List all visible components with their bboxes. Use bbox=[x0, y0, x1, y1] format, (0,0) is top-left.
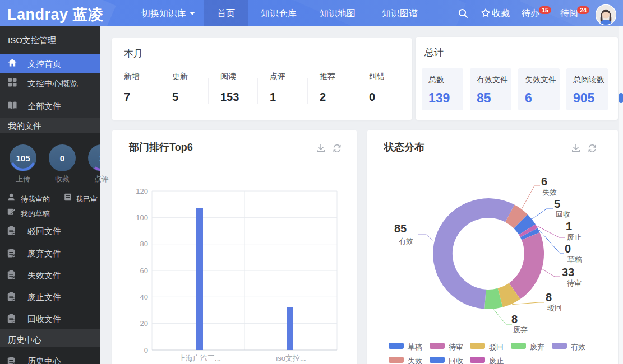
svg-text:20: 20 bbox=[140, 319, 148, 328]
svg-text:80: 80 bbox=[140, 240, 148, 248]
svg-text:40: 40 bbox=[140, 293, 148, 301]
svg-text:上海广汽三...: 上海广汽三... bbox=[178, 354, 221, 362]
svg-text:0: 0 bbox=[144, 346, 148, 354]
svg-text:1: 1 bbox=[99, 153, 100, 163]
svg-text:120: 120 bbox=[136, 187, 148, 195]
svg-text:0: 0 bbox=[60, 153, 64, 163]
svg-text:100: 100 bbox=[136, 213, 148, 222]
svg-text:iso文控...: iso文控... bbox=[276, 354, 306, 362]
svg-text:105: 105 bbox=[16, 153, 30, 163]
svg-text:60: 60 bbox=[140, 267, 148, 275]
